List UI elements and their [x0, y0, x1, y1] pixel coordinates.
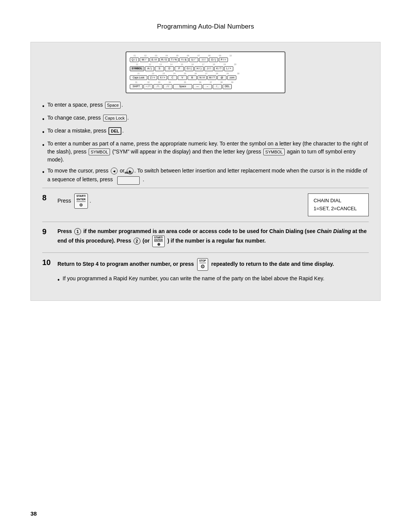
bullet-dot-5: • [42, 168, 45, 177]
bullet-dot-3: • [42, 128, 45, 137]
step-8-content: Press START/ENTER ⊕ . [57, 193, 300, 209]
step-8-text-before: Press [57, 198, 71, 204]
symbol-key-badge-2: SYMBOL [263, 149, 285, 156]
bullet-symbol: • To enter a number as part of a name, p… [42, 140, 369, 164]
step-9-content: Press 1 if the number programmed is an a… [57, 227, 369, 247]
bullet-capslock: • To change case, press Caps Lock. [42, 114, 369, 124]
step-8-row: 8 Press START/ENTER ⊕ . CHAIN DIAL 1=SET… [42, 188, 369, 222]
step-8-inner: Press START/ENTER ⊕ . CHAIN DIAL 1=SET, … [57, 193, 369, 216]
circled-1: 1 [74, 228, 81, 235]
bullet-del-text: To clear a mistake, press DEL. [48, 127, 369, 135]
bullet-space: • To enter a space, press Space. [42, 101, 369, 111]
menu-key-badge [117, 176, 139, 185]
bullet-space-text: To enter a space, press Space. [48, 101, 369, 109]
page-number: 38 [30, 510, 37, 517]
stop-button[interactable]: STOP ⊙ [197, 258, 209, 270]
step-10-number: 10 [42, 258, 53, 267]
stop-icon: ⊙ [201, 264, 205, 270]
display-line1: CHAIN DIAL [314, 197, 363, 205]
step-10-content: Return to Step 4 to program another numb… [57, 258, 369, 286]
step-9-number: 9 [42, 227, 53, 236]
display-line2: 1=SET, 2=CANCEL [314, 205, 363, 213]
kb-row-z: Caps Lock Z / < X / > C V B N / # M / ? … [129, 75, 282, 80]
symbol-key-badge-1: SYMBOL [89, 149, 110, 156]
step-8-number: 8 [42, 193, 53, 202]
kb-num-row-4: 31 32 33 34 35 36 37 38 39 [129, 81, 282, 83]
sub-bullet-dot: • [57, 275, 60, 284]
bullet-cursor-text: To move the cursor, press ◄ or ►. To swi… [48, 167, 369, 185]
start-enter-button-2[interactable]: START/ENTER ⊕ [152, 235, 165, 247]
content-box: 01 02 03 04 05 06 07 08 09 10 Q / 1 W / … [30, 42, 381, 301]
sub-bullet-text: If you programmed a Rapid Key number, yo… [63, 275, 325, 283]
left-arrow-btn: ◄ [111, 168, 118, 174]
step-8-display: CHAIN DIAL 1=SET, 2=CANCEL [308, 193, 369, 216]
bullet-capslock-text: To change case, press Caps Lock. [48, 114, 369, 122]
step-10-sub-bullets: • If you programmed a Rapid Key number, … [57, 275, 369, 284]
page-container: Programming Auto-Dial Numbers 01 02 03 0… [0, 0, 411, 532]
kb-num-row-1: 01 02 03 04 05 06 07 08 09 10 [129, 54, 282, 57]
kb-num-row-2: 11 12 13 14 15 16 17 18 19 20 [129, 63, 282, 66]
kb-num-row-3: 21 22 23 24 25 26 27 28 29 30 [129, 72, 282, 75]
bullet-cursor: • To move the cursor, press ◄ or ►. To s… [42, 167, 369, 185]
menu-label: MENU [124, 171, 132, 175]
step-10-row: 10 Return to Step 4 to program another n… [42, 252, 369, 291]
space-key-badge: Space [105, 102, 121, 109]
bullet-dot-2: • [42, 115, 45, 124]
kb-row-shift: SHIFT ~ / ^ / \ / / Space — – / , DEL [129, 84, 282, 89]
circled-2: 2 [134, 238, 140, 244]
bullet-del: • To clear a mistake, press DEL. [42, 127, 369, 137]
del-key-badge: DEL [108, 127, 121, 135]
kb-row-a: SYMBOL A / ) S D F G / ( H / ) J / ! K /… [129, 66, 282, 71]
start-enter-icon: ⊕ [79, 202, 83, 208]
stop-label: STOP [199, 259, 206, 263]
bullet-dot-4: • [42, 141, 45, 150]
start-enter-button[interactable]: START/ENTER ⊕ [74, 193, 88, 209]
bullet-dot: • [42, 102, 45, 111]
sub-bullet-rapid-key: • If you programmed a Rapid Key number, … [57, 275, 369, 284]
bullet-list: • To enter a space, press Space. • To ch… [42, 101, 369, 185]
page-title: Programming Auto-Dial Numbers [30, 23, 381, 30]
keyboard-diagram: 01 02 03 04 05 06 07 08 09 10 Q / 1 W / … [126, 51, 285, 93]
step-9-row: 9 Press 1 if the number programmed is an… [42, 222, 369, 252]
kb-row-q: Q / 1 W / ' E / # R / S T / % Y / & U / … [129, 57, 282, 62]
start-enter-top: START/ENTER [76, 195, 86, 202]
bullet-symbol-text: To enter a number as part of a name, pre… [48, 140, 369, 164]
capslock-key-badge: Caps Lock [103, 115, 127, 122]
